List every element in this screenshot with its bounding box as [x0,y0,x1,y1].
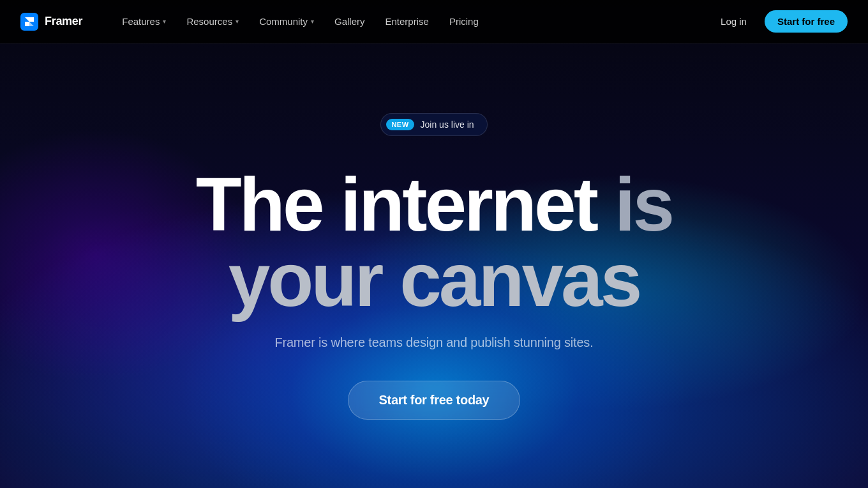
hero-cta-button[interactable]: Start for free today [348,381,521,420]
nav-enterprise[interactable]: Enterprise [377,11,438,32]
headline-is: is [615,162,672,247]
brand-name: Framer [45,15,82,28]
nav-links: Features ▾ Resources ▾ Community ▾ Galle… [113,11,710,32]
nav-actions: Log in Start for free [710,10,848,33]
nav-gallery[interactable]: Gallery [326,11,374,32]
headline-your-canvas: your canvas [228,238,640,322]
login-button[interactable]: Log in [710,11,757,32]
hero-subtext: Framer is where teams design and publish… [274,335,593,350]
hero-headline: The internet is your canvas [196,167,672,317]
nav-community[interactable]: Community ▾ [250,11,323,32]
navbar: Framer Features ▾ Resources ▾ Community … [0,0,868,43]
nav-features[interactable]: Features ▾ [113,11,175,32]
nav-pricing[interactable]: Pricing [440,11,488,32]
start-free-nav-button[interactable]: Start for free [765,10,848,33]
new-badge: NEW [386,119,414,130]
chevron-down-icon: ▾ [311,18,314,25]
chevron-down-icon: ▾ [236,18,239,25]
announcement-banner[interactable]: NEW Join us live in [380,113,487,136]
chevron-down-icon: ▾ [163,18,166,25]
announcement-text: Join us live in [421,119,474,130]
framer-logo-icon [20,13,38,31]
headline-the: The internet [196,162,615,247]
hero-content: NEW Join us live in The internet is your… [196,94,672,420]
hero-section: NEW Join us live in The internet is your… [0,0,868,488]
nav-resources[interactable]: Resources ▾ [177,11,248,32]
brand-logo[interactable]: Framer [20,13,82,31]
